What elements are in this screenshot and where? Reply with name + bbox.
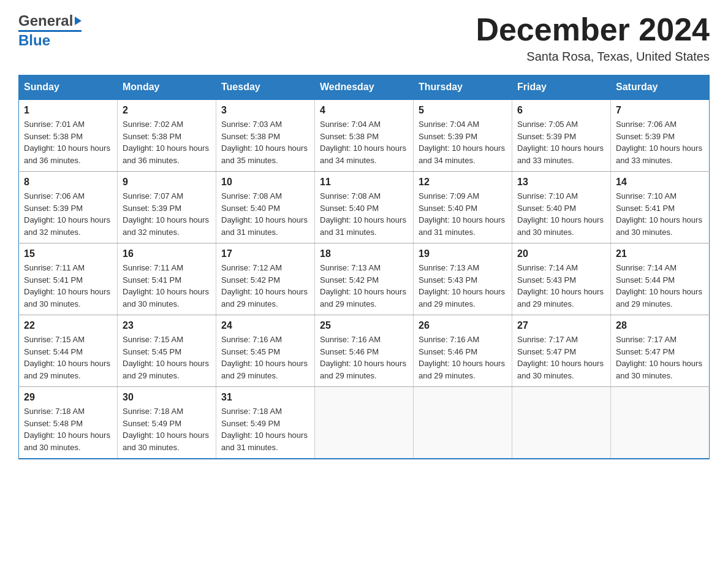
- day-info: Sunrise: 7:16 AMSunset: 5:45 PMDaylight:…: [221, 334, 309, 381]
- calendar-cell: 12 Sunrise: 7:09 AMSunset: 5:40 PMDaylig…: [414, 172, 512, 243]
- day-info: Sunrise: 7:12 AMSunset: 5:42 PMDaylight:…: [221, 262, 309, 310]
- day-info: Sunrise: 7:16 AMSunset: 5:46 PMDaylight:…: [419, 334, 507, 381]
- day-number: 26: [419, 320, 507, 331]
- day-number: 21: [616, 248, 704, 259]
- calendar-cell: 9 Sunrise: 7:07 AMSunset: 5:39 PMDayligh…: [118, 172, 216, 243]
- day-info: Sunrise: 7:10 AMSunset: 5:41 PMDaylight:…: [616, 190, 704, 238]
- calendar-cell: [414, 387, 512, 459]
- day-info: Sunrise: 7:04 AMSunset: 5:39 PMDaylight:…: [419, 118, 507, 166]
- day-number: 15: [24, 248, 112, 259]
- calendar-cell: 27 Sunrise: 7:17 AMSunset: 5:47 PMDaylig…: [512, 315, 611, 387]
- day-info: Sunrise: 7:13 AMSunset: 5:42 PMDaylight:…: [320, 262, 408, 310]
- calendar-subtitle: Santa Rosa, Texas, United States: [476, 50, 710, 64]
- calendar-cell: 1 Sunrise: 7:01 AMSunset: 5:38 PMDayligh…: [19, 99, 118, 172]
- day-info: Sunrise: 7:06 AMSunset: 5:39 PMDaylight:…: [616, 118, 704, 166]
- calendar-cell: 26 Sunrise: 7:16 AMSunset: 5:46 PMDaylig…: [414, 315, 512, 387]
- day-info: Sunrise: 7:08 AMSunset: 5:40 PMDaylight:…: [221, 190, 309, 238]
- day-number: 8: [24, 177, 112, 188]
- day-number: 3: [221, 105, 309, 116]
- day-number: 23: [123, 320, 211, 331]
- calendar-cell: 16 Sunrise: 7:11 AMSunset: 5:41 PMDaylig…: [118, 243, 216, 315]
- day-number: 22: [24, 320, 112, 331]
- day-number: 19: [419, 248, 507, 259]
- header-sunday: Sunday: [19, 75, 118, 100]
- calendar-cell: 6 Sunrise: 7:05 AMSunset: 5:39 PMDayligh…: [512, 99, 611, 172]
- header-monday: Monday: [118, 75, 216, 100]
- day-number: 6: [517, 105, 605, 116]
- calendar-cell: 13 Sunrise: 7:10 AMSunset: 5:40 PMDaylig…: [512, 172, 611, 243]
- day-number: 25: [320, 320, 408, 331]
- week-row-1: 1 Sunrise: 7:01 AMSunset: 5:38 PMDayligh…: [19, 99, 710, 172]
- calendar-cell: [315, 387, 414, 459]
- header-friday: Friday: [512, 75, 611, 100]
- page-header: General Blue December 2024 Santa Rosa, T…: [18, 12, 710, 64]
- day-info: Sunrise: 7:11 AMSunset: 5:41 PMDaylight:…: [24, 262, 112, 310]
- calendar-cell: 10 Sunrise: 7:08 AMSunset: 5:40 PMDaylig…: [216, 172, 315, 243]
- day-info: Sunrise: 7:18 AMSunset: 5:49 PMDaylight:…: [123, 405, 211, 453]
- day-info: Sunrise: 7:18 AMSunset: 5:48 PMDaylight:…: [24, 405, 112, 453]
- calendar-cell: 29 Sunrise: 7:18 AMSunset: 5:48 PMDaylig…: [19, 387, 118, 459]
- calendar-cell: 19 Sunrise: 7:13 AMSunset: 5:43 PMDaylig…: [414, 243, 512, 315]
- day-info: Sunrise: 7:17 AMSunset: 5:47 PMDaylight:…: [517, 334, 605, 381]
- day-info: Sunrise: 7:17 AMSunset: 5:47 PMDaylight:…: [616, 334, 704, 381]
- day-info: Sunrise: 7:07 AMSunset: 5:39 PMDaylight:…: [123, 190, 211, 238]
- title-area: December 2024 Santa Rosa, Texas, United …: [476, 12, 710, 64]
- calendar-cell: 28 Sunrise: 7:17 AMSunset: 5:47 PMDaylig…: [611, 315, 710, 387]
- day-number: 2: [123, 105, 211, 116]
- calendar-cell: 25 Sunrise: 7:16 AMSunset: 5:46 PMDaylig…: [315, 315, 414, 387]
- day-info: Sunrise: 7:04 AMSunset: 5:38 PMDaylight:…: [320, 118, 408, 166]
- calendar-cell: [512, 387, 611, 459]
- calendar-cell: 14 Sunrise: 7:10 AMSunset: 5:41 PMDaylig…: [611, 172, 710, 243]
- day-info: Sunrise: 7:11 AMSunset: 5:41 PMDaylight:…: [123, 262, 211, 310]
- logo-blue-text: Blue: [18, 32, 50, 49]
- logo: General Blue: [18, 12, 82, 49]
- calendar-cell: 20 Sunrise: 7:14 AMSunset: 5:43 PMDaylig…: [512, 243, 611, 315]
- day-number: 17: [221, 248, 309, 259]
- day-info: Sunrise: 7:14 AMSunset: 5:43 PMDaylight:…: [517, 262, 605, 310]
- logo-general-text: General: [18, 12, 73, 29]
- day-number: 7: [616, 105, 704, 116]
- day-info: Sunrise: 7:01 AMSunset: 5:38 PMDaylight:…: [24, 118, 112, 166]
- day-info: Sunrise: 7:10 AMSunset: 5:40 PMDaylight:…: [517, 190, 605, 238]
- day-number: 1: [24, 105, 112, 116]
- header-saturday: Saturday: [611, 75, 710, 100]
- day-number: 13: [517, 177, 605, 188]
- day-info: Sunrise: 7:15 AMSunset: 5:45 PMDaylight:…: [123, 334, 211, 381]
- day-info: Sunrise: 7:18 AMSunset: 5:49 PMDaylight:…: [221, 405, 309, 453]
- day-number: 5: [419, 105, 507, 116]
- day-number: 16: [123, 248, 211, 259]
- calendar-cell: 21 Sunrise: 7:14 AMSunset: 5:44 PMDaylig…: [611, 243, 710, 315]
- day-info: Sunrise: 7:06 AMSunset: 5:39 PMDaylight:…: [24, 190, 112, 238]
- calendar-cell: 31 Sunrise: 7:18 AMSunset: 5:49 PMDaylig…: [216, 387, 315, 459]
- calendar-cell: 4 Sunrise: 7:04 AMSunset: 5:38 PMDayligh…: [315, 99, 414, 172]
- day-number: 18: [320, 248, 408, 259]
- day-number: 4: [320, 105, 408, 116]
- week-row-4: 22 Sunrise: 7:15 AMSunset: 5:44 PMDaylig…: [19, 315, 710, 387]
- day-info: Sunrise: 7:13 AMSunset: 5:43 PMDaylight:…: [419, 262, 507, 310]
- logo-arrow-icon: [75, 17, 82, 25]
- week-row-2: 8 Sunrise: 7:06 AMSunset: 5:39 PMDayligh…: [19, 172, 710, 243]
- calendar-cell: 18 Sunrise: 7:13 AMSunset: 5:42 PMDaylig…: [315, 243, 414, 315]
- calendar-title: December 2024: [476, 12, 710, 47]
- header-tuesday: Tuesday: [216, 75, 315, 100]
- calendar-cell: 17 Sunrise: 7:12 AMSunset: 5:42 PMDaylig…: [216, 243, 315, 315]
- calendar-cell: 3 Sunrise: 7:03 AMSunset: 5:38 PMDayligh…: [216, 99, 315, 172]
- calendar-cell: 24 Sunrise: 7:16 AMSunset: 5:45 PMDaylig…: [216, 315, 315, 387]
- calendar-cell: [611, 387, 710, 459]
- calendar-cell: 15 Sunrise: 7:11 AMSunset: 5:41 PMDaylig…: [19, 243, 118, 315]
- day-number: 14: [616, 177, 704, 188]
- day-number: 9: [123, 177, 211, 188]
- calendar-cell: 5 Sunrise: 7:04 AMSunset: 5:39 PMDayligh…: [414, 99, 512, 172]
- calendar-cell: 22 Sunrise: 7:15 AMSunset: 5:44 PMDaylig…: [19, 315, 118, 387]
- day-number: 11: [320, 177, 408, 188]
- day-number: 30: [123, 392, 211, 403]
- day-number: 12: [419, 177, 507, 188]
- header-wednesday: Wednesday: [315, 75, 414, 100]
- calendar-cell: 30 Sunrise: 7:18 AMSunset: 5:49 PMDaylig…: [118, 387, 216, 459]
- day-number: 31: [221, 392, 309, 403]
- week-row-5: 29 Sunrise: 7:18 AMSunset: 5:48 PMDaylig…: [19, 387, 710, 459]
- day-info: Sunrise: 7:14 AMSunset: 5:44 PMDaylight:…: [616, 262, 704, 310]
- day-number: 28: [616, 320, 704, 331]
- day-info: Sunrise: 7:08 AMSunset: 5:40 PMDaylight:…: [320, 190, 408, 238]
- calendar-header-row: SundayMondayTuesdayWednesdayThursdayFrid…: [19, 75, 710, 100]
